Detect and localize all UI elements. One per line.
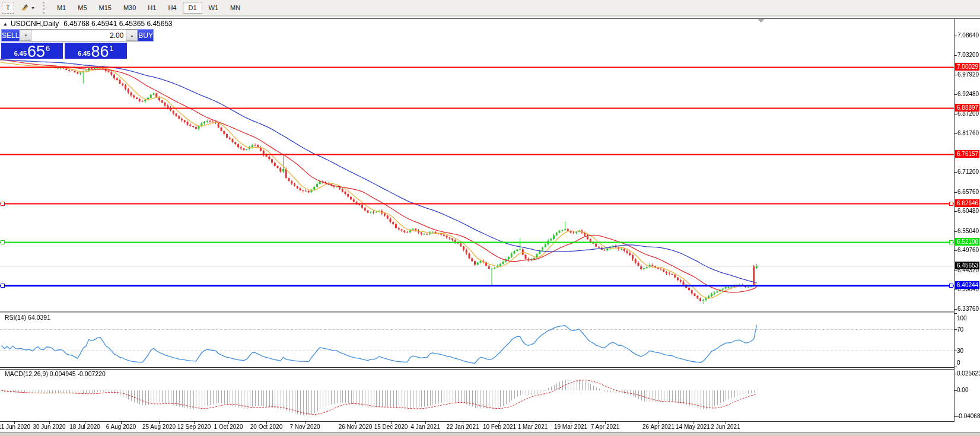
buy-price-pip-digit: 1 (110, 44, 114, 53)
buy-button[interactable]: BUY (138, 29, 154, 42)
sell-button[interactable]: SELL (1, 29, 20, 42)
current-price-tag: 6.45653 (955, 262, 979, 269)
diagonal-arrows-icon (21, 4, 29, 12)
window-bottom-edge (0, 433, 980, 436)
price-level-tag: 6.88897 (955, 104, 979, 112)
sell-price-big-digits: 65 (27, 45, 45, 59)
macd-pane[interactable] (0, 370, 954, 421)
date-tick-label: 26 Apr 2021 (642, 424, 674, 430)
macd-tick-label: -0.040687 (957, 413, 980, 419)
macd-tick-label: 0.025623 (957, 370, 980, 377)
date-tick-label: 25 Aug 2020 (142, 424, 176, 430)
buy-price-display[interactable]: 6.45 86 1 (65, 43, 127, 59)
volume-increase-button[interactable]: ▲ (126, 30, 138, 41)
timeframe-button-w1[interactable]: W1 (203, 2, 224, 14)
rsi-tick-label: 70 (957, 326, 963, 333)
rsi-tick-label: 100 (957, 315, 967, 322)
collapse-arrow-icon: ▲ (3, 21, 8, 27)
volume-control: ▼ ▲ (20, 29, 138, 42)
price-tick-label: 6.81760 (957, 130, 979, 136)
date-tick-label: 22 Jan 2021 (446, 424, 479, 430)
date-tick-label: 7 Nov 2020 (289, 424, 320, 430)
date-tick-label: 4 Jan 2021 (411, 424, 440, 430)
timeframe-button-h1[interactable]: H1 (142, 2, 161, 14)
symbol-label: USDCNH,Daily (11, 20, 59, 28)
date-tick-label: 20 Oct 2020 (250, 424, 282, 430)
trading-platform-window: T ▼ M1M5M15M30H1H4D1W1MN ▲ USDCNH,Daily … (0, 0, 980, 436)
date-tick-label: 6 Aug 2020 (106, 424, 136, 430)
price-tick-label: 7.03200 (957, 52, 979, 58)
price-tick-label: 6.87200 (957, 110, 979, 117)
price-tick-label: 6.65760 (957, 189, 979, 195)
date-tick-label: 1 Mar 2021 (518, 424, 548, 430)
timeframe-button-mn[interactable]: MN (225, 2, 246, 14)
dropdown-caret-icon: ▼ (31, 6, 35, 10)
timeframe-button-m5[interactable]: M5 (72, 2, 92, 14)
macd-tick-label: 0.00 (957, 387, 968, 393)
timeframe-button-d1[interactable]: D1 (183, 2, 202, 14)
price-tick-label: 6.71200 (957, 168, 979, 175)
price-level-tag: 6.52108 (955, 238, 979, 246)
price-tick-label: 6.33760 (957, 305, 979, 312)
date-tick-label: 19 Mar 2021 (554, 424, 587, 430)
price-tick-label: 6.92480 (957, 91, 979, 97)
sell-price-display[interactable]: 6.45 65 6 (1, 43, 63, 59)
timeframe-button-h4[interactable]: H4 (163, 2, 182, 14)
date-tick-label: 30 Jun 2020 (33, 424, 65, 430)
main-chart-pane[interactable] (0, 19, 954, 311)
price-level-tag: 6.40244 (955, 281, 979, 289)
date-tick-label: 18 Jul 2020 (69, 424, 100, 430)
date-tick-label: 15 Dec 2020 (374, 424, 408, 430)
price-level-tag: 7.00029 (955, 63, 979, 71)
date-tick-label: 10 Feb 2021 (483, 424, 516, 430)
price-tick-label: 6.97920 (957, 71, 979, 78)
buy-price-prefix: 6.45 (78, 50, 90, 57)
toolbar: T ▼ M1M5M15M30H1H4D1W1MN (0, 0, 980, 16)
price-tick-label: 7.08640 (957, 32, 979, 39)
timeframe-buttons: M1M5M15M30H1H4D1W1MN (52, 2, 247, 14)
date-tick-label: 1 Oct 2020 (214, 424, 243, 430)
price-tick-label: 6.55040 (957, 228, 979, 234)
arrows-tool-button[interactable]: ▼ (18, 2, 38, 14)
ohlc-quote-label: 6.45768 6.45941 6.45365 6.45653 (63, 20, 173, 28)
rsi-tick-label: 0 (957, 359, 960, 366)
volume-decrease-button[interactable]: ▼ (20, 30, 31, 41)
date-tick-label: 11 Jun 2020 (0, 424, 30, 430)
rsi-tick-label: 30 (957, 348, 963, 354)
sell-price-prefix: 6.45 (14, 50, 27, 57)
toolbar-separator (43, 2, 47, 14)
timeframe-button-m1[interactable]: M1 (52, 2, 71, 14)
rsi-indicator-label: RSI(14) 64.0391 (5, 314, 50, 321)
chart-header: ▲ USDCNH,Daily 6.45768 6.45941 6.45365 6… (3, 20, 173, 28)
price-tick-label: 6.49760 (957, 247, 979, 253)
date-tick-label: 7 Apr 2021 (591, 424, 619, 430)
date-tick-label: 12 Sep 2020 (177, 424, 211, 430)
timeframe-button-m15[interactable]: M15 (94, 2, 117, 14)
price-level-tag: 6.62646 (955, 199, 979, 207)
buy-price-big-digits: 86 (91, 45, 109, 59)
volume-input[interactable] (31, 30, 126, 41)
one-click-trading-panel: SELL ▼ ▲ BUY 6.45 65 6 6.45 86 1 (1, 29, 127, 59)
timeframe-button-m30[interactable]: M30 (118, 2, 141, 14)
date-tick-label: 2 Jun 2021 (711, 424, 740, 430)
date-tick-label: 14 May 2021 (676, 424, 710, 430)
sell-price-pip-digit: 6 (46, 44, 50, 53)
date-tick-label: 26 Nov 2020 (339, 424, 373, 430)
text-tool-button[interactable]: T (2, 2, 14, 14)
macd-indicator-label: MACD(12,26,9) 0.004945 -0.007220 (5, 370, 106, 377)
price-tick-label: 6.60480 (957, 208, 979, 214)
price-level-tag: 6.76157 (955, 150, 979, 158)
rsi-pane[interactable] (0, 313, 954, 367)
